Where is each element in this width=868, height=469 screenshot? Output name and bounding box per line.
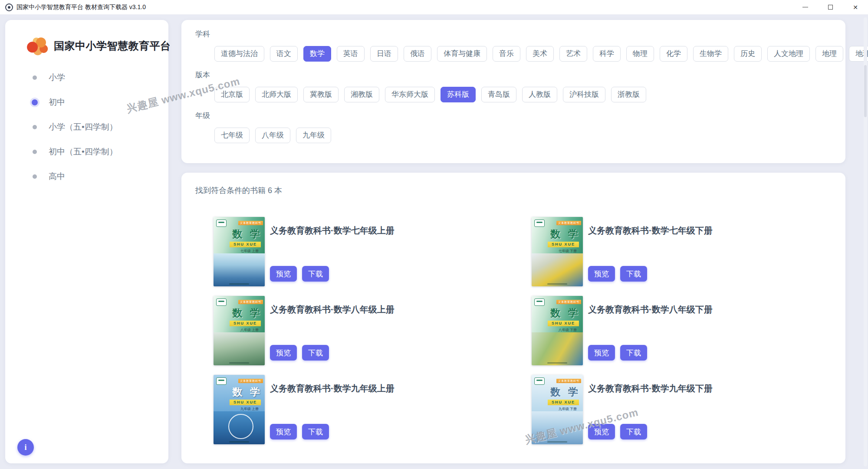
subject-chip-row: 道德与法治 语文 数学 英语 日语 俄语 体育与健康 音乐 美术 艺术 科学 物… xyxy=(214,46,845,62)
cover-subject-label: 数 学 xyxy=(232,306,263,320)
book-buttons: 预览 下载 xyxy=(270,266,395,282)
preview-button[interactable]: 预览 xyxy=(270,424,297,439)
grade-chip[interactable]: 七年级 xyxy=(214,128,250,143)
subject-chip[interactable]: 人文地理 xyxy=(767,46,810,62)
book-card: 义务教育教科书 数 学 SHU XUE 九年级 下册 义务教育教科书·数学九年级… xyxy=(532,375,850,444)
subject-chip-selected[interactable]: 数学 xyxy=(303,46,331,62)
download-button[interactable]: 下载 xyxy=(302,345,329,361)
book-title: 义务教育教科书·数学九年级下册 xyxy=(588,383,713,394)
sidebar-item-label: 高中 xyxy=(49,171,65,182)
preview-button[interactable]: 预览 xyxy=(270,266,297,282)
subject-chip[interactable]: 俄语 xyxy=(404,46,431,62)
subject-chip[interactable]: 化学 xyxy=(660,46,687,62)
edition-chip[interactable]: 湘教版 xyxy=(344,87,379,102)
edition-chip[interactable]: 青岛版 xyxy=(481,87,516,102)
subject-chip[interactable]: 英语 xyxy=(337,46,365,62)
grade-chip[interactable]: 九年级 xyxy=(296,128,331,143)
cover-series-label: 义务教育教科书 xyxy=(556,221,581,225)
cover-emblem-icon xyxy=(534,377,545,385)
download-button[interactable]: 下载 xyxy=(620,345,647,361)
scrollbar-thumb[interactable] xyxy=(864,65,867,117)
maximize-button[interactable] xyxy=(818,0,843,15)
book-title: 义务教育教科书·数学九年级上册 xyxy=(270,383,395,394)
cover-pinyin-label: SHU XUE xyxy=(230,400,261,405)
cover-art-photo xyxy=(532,411,583,444)
sidebar-item-junior[interactable]: 初中 xyxy=(5,90,168,115)
edition-chip[interactable]: 北京版 xyxy=(214,87,250,102)
sidebar-nav: 小学 初中 小学（五•四学制） 初中（五•四学制） 高中 xyxy=(5,61,168,189)
close-button[interactable]: ✕ xyxy=(843,0,868,15)
download-button[interactable]: 下载 xyxy=(620,266,647,282)
cover-subject-label: 数 学 xyxy=(232,227,263,241)
preview-button[interactable]: 预览 xyxy=(588,345,615,361)
preview-button[interactable]: 预览 xyxy=(588,424,615,439)
download-button[interactable]: 下载 xyxy=(302,266,329,282)
subject-filter-label: 学科 xyxy=(195,29,845,40)
subject-chip[interactable]: 生物学 xyxy=(693,46,728,62)
book-buttons: 预览 下载 xyxy=(270,345,395,361)
grade-chip[interactable]: 八年级 xyxy=(255,128,290,143)
subject-chip[interactable]: 物理 xyxy=(626,46,654,62)
edition-chip-selected[interactable]: 苏科版 xyxy=(441,87,476,102)
book-card: 义务教育教科书 数 学 SHU XUE 九年级 上册 义务教育教科书·数学九年级… xyxy=(214,375,532,444)
sidebar-item-label: 小学（五•四学制） xyxy=(49,121,118,133)
edition-chip[interactable]: 北师大版 xyxy=(255,87,298,102)
subject-chip[interactable]: 道德与法治 xyxy=(214,46,264,62)
book-info: 义务教育教科书·数学八年级上册 预览 下载 xyxy=(270,296,395,365)
cover-art-photo xyxy=(214,253,265,286)
subject-chip[interactable]: 语文 xyxy=(270,46,298,62)
preview-button[interactable]: 预览 xyxy=(588,266,615,282)
cover-series-label: 义务教育教科书 xyxy=(556,379,581,383)
cover-publisher-mark xyxy=(547,441,567,443)
cover-series-label: 义务教育教科书 xyxy=(238,221,263,225)
edition-chip[interactable]: 浙教版 xyxy=(611,87,646,102)
cover-grade-label: 八年级 上册 xyxy=(240,328,259,332)
cover-publisher-mark xyxy=(547,283,567,285)
cover-grade-label: 七年级 上册 xyxy=(240,249,259,253)
info-button[interactable]: i xyxy=(17,439,34,456)
download-button[interactable]: 下载 xyxy=(302,424,329,439)
edition-chip[interactable]: 华东师大版 xyxy=(385,87,435,102)
subject-chip[interactable]: 美术 xyxy=(526,46,554,62)
sidebar: 国家中小学智慧教育平台 小学 初中 小学（五•四学制） 初中（五•四学制） 高中… xyxy=(5,20,168,463)
cover-pinyin-label: SHU XUE xyxy=(230,321,261,326)
cover-grade-label: 七年级 下册 xyxy=(559,249,577,253)
subject-chip[interactable]: 日语 xyxy=(370,46,398,62)
subject-chip[interactable]: 音乐 xyxy=(493,46,520,62)
grade-chip-row: 七年级 八年级 九年级 xyxy=(214,128,845,143)
minimize-button[interactable] xyxy=(792,0,818,15)
book-buttons: 预览 下载 xyxy=(588,424,713,439)
edition-chip[interactable]: 沪科技版 xyxy=(563,87,605,102)
cover-series-label: 义务教育教科书 xyxy=(238,300,263,304)
subject-chip[interactable]: 地理 xyxy=(815,46,843,62)
cover-art-photo xyxy=(214,411,265,444)
scrollbar-track[interactable] xyxy=(864,17,867,466)
minimize-icon xyxy=(802,7,808,8)
download-button[interactable]: 下载 xyxy=(620,424,647,439)
sidebar-item-junior-54[interactable]: 初中（五•四学制） xyxy=(5,139,168,164)
subject-chip[interactable]: 体育与健康 xyxy=(437,46,487,62)
subject-chip[interactable]: 历史 xyxy=(734,46,762,62)
radio-icon xyxy=(32,99,38,105)
window-controls: ✕ xyxy=(792,0,868,15)
book-buttons: 预览 下载 xyxy=(270,424,395,439)
app-icon xyxy=(5,3,13,11)
sidebar-item-primary-54[interactable]: 小学（五•四学制） xyxy=(5,115,168,139)
subject-chip[interactable]: 艺术 xyxy=(559,46,587,62)
book-buttons: 预览 下载 xyxy=(588,266,713,282)
edition-chip-row: 北京版 北师大版 冀教版 湘教版 华东师大版 苏科版 青岛版 人教版 沪科技版 … xyxy=(214,87,845,102)
book-grid: 义务教育教科书 数 学 SHU XUE 七年级 上册 义务教育教科书·数学七年级… xyxy=(214,217,845,444)
sidebar-item-primary[interactable]: 小学 xyxy=(5,65,168,90)
radio-icon xyxy=(33,75,37,80)
cover-emblem-icon xyxy=(534,298,545,306)
subject-chip[interactable]: 科学 xyxy=(593,46,621,62)
sidebar-item-senior[interactable]: 高中 xyxy=(5,164,168,189)
edition-chip[interactable]: 人教版 xyxy=(522,87,557,102)
cover-art-photo xyxy=(532,253,583,286)
radio-icon xyxy=(33,125,37,129)
edition-chip[interactable]: 冀教版 xyxy=(303,87,339,102)
book-info: 义务教育教科书·数学九年级上册 预览 下载 xyxy=(270,375,395,444)
book-cover: 义务教育教科书 数 学 SHU XUE 九年级 下册 xyxy=(532,375,583,444)
preview-button[interactable]: 预览 xyxy=(270,345,297,361)
radio-icon xyxy=(33,150,37,154)
